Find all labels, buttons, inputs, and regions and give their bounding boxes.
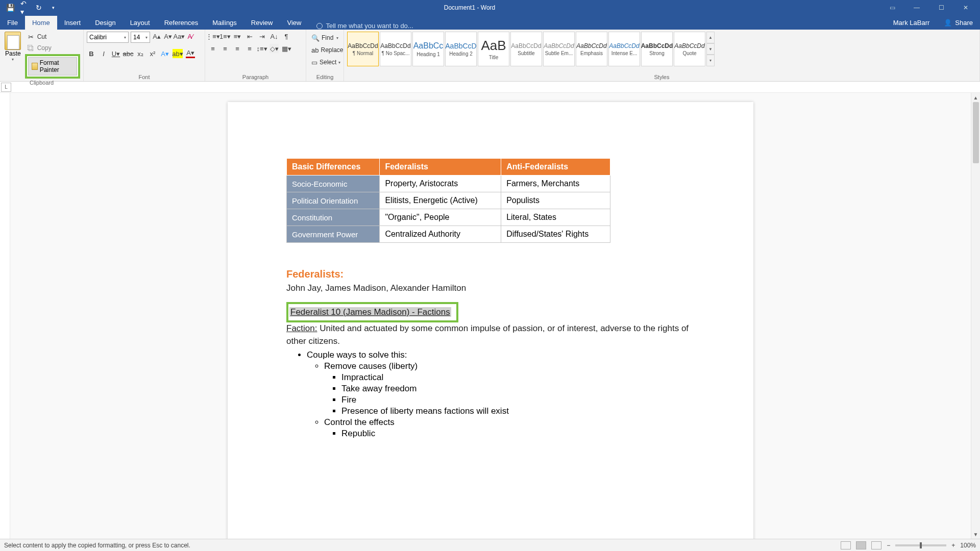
selected-text[interactable]: Federalist 10 (James Madison) - Factions bbox=[289, 307, 451, 317]
align-right-icon[interactable]: ≡ bbox=[233, 44, 242, 53]
zoom-in-button[interactable]: + bbox=[951, 542, 955, 549]
vertical-ruler[interactable] bbox=[0, 93, 10, 539]
line-spacing-icon[interactable]: ↕≡▾ bbox=[257, 44, 266, 53]
tab-review[interactable]: Review bbox=[244, 16, 280, 30]
vertical-scrollbar[interactable]: ▲ ▼ bbox=[971, 93, 980, 539]
style-item[interactable]: AaBbCcDdIntense E... bbox=[608, 32, 640, 66]
tab-mailings[interactable]: Mailings bbox=[205, 16, 244, 30]
format-painter-button[interactable]: Format Painter bbox=[28, 57, 77, 76]
style-item[interactable]: AaBTitle bbox=[478, 32, 509, 66]
bold-button[interactable]: B bbox=[87, 49, 96, 58]
web-layout-icon[interactable] bbox=[871, 541, 881, 549]
minimize-icon[interactable]: — bbox=[906, 0, 927, 15]
share-button[interactable]: 👤Share bbox=[937, 16, 980, 30]
cut-button[interactable]: ✂Cut bbox=[25, 32, 80, 42]
list-item: Presence of liberty means factions will … bbox=[341, 406, 695, 416]
show-marks-icon[interactable]: ¶ bbox=[282, 32, 291, 41]
font-size-select[interactable]: 14▾ bbox=[131, 32, 150, 43]
style-item[interactable]: AaBbCcDdQuote bbox=[674, 32, 705, 66]
close-icon[interactable]: ✕ bbox=[955, 0, 976, 15]
borders-icon[interactable]: ▦▾ bbox=[282, 44, 291, 53]
style-item[interactable]: AaBbCcDHeading 2 bbox=[445, 32, 477, 66]
style-item[interactable]: AaBbCcDd¶ No Spac... bbox=[380, 32, 411, 66]
scroll-down-icon[interactable]: ▼ bbox=[971, 530, 980, 539]
group-font: Calibri▾ 14▾ A▴ A▾ Aa▾ A⁄ B I U▾ abc x₂ … bbox=[84, 30, 205, 81]
save-icon[interactable]: 💾 bbox=[6, 4, 14, 12]
tab-view[interactable]: View bbox=[280, 16, 308, 30]
tell-me[interactable]: Tell me what you want to do... bbox=[308, 22, 413, 30]
style-preview: AaBbCcDd bbox=[544, 42, 574, 49]
indent-icon[interactable]: ⇥ bbox=[257, 32, 266, 41]
undo-icon[interactable]: ↶ ▾ bbox=[20, 4, 29, 12]
tab-insert[interactable]: Insert bbox=[57, 16, 88, 30]
brush-icon bbox=[32, 63, 38, 70]
font-name-select[interactable]: Calibri▾ bbox=[87, 32, 129, 43]
style-item[interactable]: AaBbCcHeading 1 bbox=[412, 32, 444, 66]
find-button[interactable]: 🔍Find▾ bbox=[309, 33, 340, 43]
underline-button[interactable]: U▾ bbox=[111, 49, 120, 58]
multilevel-icon[interactable]: ≡▾ bbox=[233, 32, 242, 41]
table-row-header: Constitution bbox=[287, 209, 380, 226]
scroll-thumb[interactable] bbox=[973, 102, 979, 163]
shading-icon[interactable]: ◇▾ bbox=[270, 44, 279, 53]
zoom-level[interactable]: 100% bbox=[960, 542, 976, 549]
styles-scroll[interactable]: ▲▼▾ bbox=[706, 32, 715, 66]
document-scroll[interactable]: Basic Differences Federalists Anti-Feder… bbox=[10, 93, 971, 539]
tab-references[interactable]: References bbox=[157, 16, 205, 30]
align-left-icon[interactable]: ≡ bbox=[208, 44, 217, 53]
redo-icon[interactable]: ↻ bbox=[35, 4, 43, 12]
subscript-button[interactable]: x₂ bbox=[136, 49, 145, 58]
status-bar: Select content to apply the copied forma… bbox=[0, 539, 980, 551]
user-name[interactable]: Mark LaBarr bbox=[886, 16, 937, 30]
replace-icon: ab bbox=[311, 46, 318, 54]
replace-button[interactable]: abReplace bbox=[309, 45, 340, 55]
style-item[interactable]: AaBbCcDdSubtitle bbox=[510, 32, 542, 66]
justify-icon[interactable]: ≡ bbox=[245, 44, 254, 53]
highlight-icon[interactable]: ab▾ bbox=[173, 49, 183, 58]
style-item[interactable]: AaBbCcDdEmphasis bbox=[576, 32, 607, 66]
table-cell: Diffused/States' Rights bbox=[501, 226, 610, 243]
tab-file[interactable]: File bbox=[0, 16, 25, 30]
shrink-font-icon[interactable]: A▾ bbox=[163, 32, 173, 41]
style-item[interactable]: AaBbCcDd¶ Normal bbox=[347, 32, 379, 66]
styles-scroll-arrow[interactable]: ▼ bbox=[706, 43, 715, 55]
change-case-icon[interactable]: Aa▾ bbox=[175, 32, 184, 41]
print-layout-icon[interactable] bbox=[856, 541, 866, 549]
style-preview: AaBbCcDd bbox=[511, 42, 541, 49]
italic-button[interactable]: I bbox=[99, 49, 108, 58]
read-mode-icon[interactable] bbox=[841, 541, 851, 549]
strike-button[interactable]: abc bbox=[124, 49, 133, 58]
tab-design[interactable]: Design bbox=[88, 16, 122, 30]
font-color-icon[interactable]: A▾ bbox=[186, 49, 195, 58]
text-effects-icon[interactable]: A▾ bbox=[160, 49, 169, 58]
section-title: Federalists: bbox=[286, 268, 695, 280]
qat-more-icon[interactable]: ▾ bbox=[49, 4, 57, 12]
sort-icon[interactable]: A↓ bbox=[270, 32, 279, 41]
style-item[interactable]: AaBbCcDdSubtle Em... bbox=[543, 32, 575, 66]
paste-button[interactable]: Paste ▾ bbox=[3, 32, 23, 62]
scroll-up-icon[interactable]: ▲ bbox=[971, 93, 980, 102]
group-label: Editing bbox=[309, 73, 340, 81]
clear-format-icon[interactable]: A⁄ bbox=[186, 32, 195, 41]
outdent-icon[interactable]: ⇤ bbox=[245, 32, 254, 41]
zoom-thumb[interactable] bbox=[920, 542, 922, 548]
select-button[interactable]: ▭Select▾ bbox=[309, 57, 340, 67]
numbering-icon[interactable]: 1≡▾ bbox=[220, 32, 230, 41]
ribbon-options-icon[interactable]: ▭ bbox=[882, 0, 902, 15]
tab-home[interactable]: Home bbox=[25, 16, 57, 30]
copy-button[interactable]: ⿻Copy bbox=[25, 43, 80, 53]
grow-font-icon[interactable]: A▴ bbox=[152, 32, 161, 41]
maximize-icon[interactable]: ☐ bbox=[931, 0, 951, 15]
tab-layout[interactable]: Layout bbox=[123, 16, 157, 30]
styles-gallery[interactable]: AaBbCcDd¶ NormalAaBbCcDd¶ No Spac...AaBb… bbox=[347, 32, 976, 66]
superscript-button[interactable]: x² bbox=[148, 49, 157, 58]
style-item[interactable]: AaBbCcDdStrong bbox=[641, 32, 673, 66]
page[interactable]: Basic Differences Federalists Anti-Feder… bbox=[228, 102, 753, 539]
bullets-icon[interactable]: ⋮≡▾ bbox=[208, 32, 217, 41]
horizontal-ruler[interactable]: L bbox=[0, 82, 980, 93]
styles-scroll-arrow[interactable]: ▾ bbox=[706, 55, 715, 66]
zoom-out-button[interactable]: − bbox=[887, 542, 890, 549]
zoom-slider[interactable] bbox=[895, 544, 946, 546]
align-center-icon[interactable]: ≡ bbox=[220, 44, 230, 53]
styles-scroll-arrow[interactable]: ▲ bbox=[706, 32, 715, 43]
